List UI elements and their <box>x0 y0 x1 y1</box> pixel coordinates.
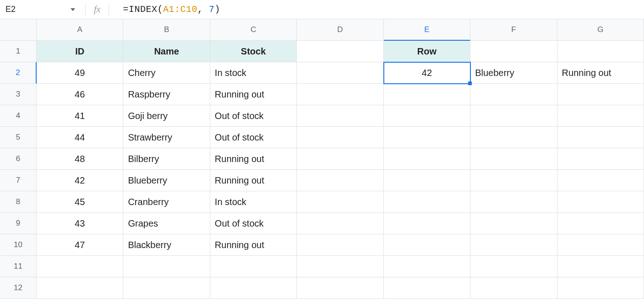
cell-D2[interactable] <box>297 62 383 84</box>
cell-A10[interactable]: 47 <box>37 234 123 256</box>
cell-E1[interactable]: Row <box>384 41 470 62</box>
cell-F12[interactable] <box>470 277 557 299</box>
cell-F6[interactable] <box>470 148 557 170</box>
cell-C3[interactable]: Running out <box>210 84 297 105</box>
cell-A9[interactable]: 43 <box>37 213 123 234</box>
cell-D7[interactable] <box>297 170 383 191</box>
cell-C1[interactable]: Stock <box>210 41 297 62</box>
row-header-4[interactable]: 4 <box>0 105 37 127</box>
cell-G6[interactable] <box>557 148 644 170</box>
col-header-G[interactable]: G <box>557 19 644 41</box>
cell-C5[interactable]: Out of stock <box>210 127 297 148</box>
row-header-8[interactable]: 8 <box>0 191 37 213</box>
formula-input[interactable]: =INDEX(A1:C10, 7) <box>114 4 644 15</box>
row-header-2[interactable]: 2 <box>0 62 37 84</box>
col-header-A[interactable]: A <box>37 19 123 41</box>
cell-G9[interactable] <box>557 213 644 234</box>
cell-C12[interactable] <box>210 277 297 299</box>
cell-A5[interactable]: 44 <box>37 127 123 148</box>
cell-B5[interactable]: Strawberry <box>123 127 210 148</box>
select-all-corner[interactable] <box>0 19 37 41</box>
cell-F8[interactable] <box>470 191 557 213</box>
cell-D3[interactable] <box>297 84 383 105</box>
col-header-E[interactable]: E <box>384 19 470 41</box>
cell-G5[interactable] <box>557 127 644 148</box>
cell-C4[interactable]: Out of stock <box>210 105 297 127</box>
cell-C7[interactable]: Running out <box>210 170 297 191</box>
cell-G1[interactable] <box>557 41 644 62</box>
row-header-1[interactable]: 1 <box>0 41 37 62</box>
cell-D9[interactable] <box>297 213 383 234</box>
cell-E6[interactable] <box>384 148 470 170</box>
cell-B8[interactable]: Cranberry <box>123 191 210 213</box>
cell-C10[interactable]: Running out <box>210 234 297 256</box>
cell-B12[interactable] <box>123 277 210 299</box>
cell-C8[interactable]: In stock <box>210 191 297 213</box>
cell-D11[interactable] <box>297 256 383 277</box>
cell-E5[interactable] <box>384 127 470 148</box>
cell-G4[interactable] <box>557 105 644 127</box>
cell-D4[interactable] <box>297 105 383 127</box>
cell-E8[interactable] <box>384 191 470 213</box>
row-header-12[interactable]: 12 <box>0 277 37 299</box>
cell-F10[interactable] <box>470 234 557 256</box>
row-header-6[interactable]: 6 <box>0 148 37 170</box>
col-header-B[interactable]: B <box>123 19 210 41</box>
cell-G8[interactable] <box>557 191 644 213</box>
row-header-9[interactable]: 9 <box>0 213 37 234</box>
cell-G3[interactable] <box>557 84 644 105</box>
cell-B10[interactable]: Blackberry <box>123 234 210 256</box>
cell-E2[interactable]: 42 <box>384 62 470 84</box>
cell-A7[interactable]: 42 <box>37 170 123 191</box>
cell-F7[interactable] <box>470 170 557 191</box>
cell-D8[interactable] <box>297 191 383 213</box>
cell-A11[interactable] <box>37 256 123 277</box>
cell-G11[interactable] <box>557 256 644 277</box>
cell-G2[interactable]: Running out <box>557 62 644 84</box>
cell-A4[interactable]: 41 <box>37 105 123 127</box>
cell-E12[interactable] <box>384 277 470 299</box>
cell-E3[interactable] <box>384 84 470 105</box>
row-header-11[interactable]: 11 <box>0 256 37 277</box>
cell-B9[interactable]: Grapes <box>123 213 210 234</box>
cell-B11[interactable] <box>123 256 210 277</box>
cell-A12[interactable] <box>37 277 123 299</box>
cell-B2[interactable]: Cherry <box>123 62 210 84</box>
cell-F2[interactable]: Blueberry <box>470 62 557 84</box>
cell-A3[interactable]: 46 <box>37 84 123 105</box>
cell-F1[interactable] <box>470 41 557 62</box>
cell-D12[interactable] <box>297 277 383 299</box>
cell-C6[interactable]: Running out <box>210 148 297 170</box>
col-header-D[interactable]: D <box>297 19 383 41</box>
cell-E11[interactable] <box>384 256 470 277</box>
cell-F9[interactable] <box>470 213 557 234</box>
cell-G7[interactable] <box>557 170 644 191</box>
cell-A2[interactable]: 49 <box>37 62 123 84</box>
cell-C9[interactable]: Out of stock <box>210 213 297 234</box>
cell-A8[interactable]: 45 <box>37 191 123 213</box>
cell-A6[interactable]: 48 <box>37 148 123 170</box>
cell-F3[interactable] <box>470 84 557 105</box>
cell-B6[interactable]: Bilberry <box>123 148 210 170</box>
cell-D5[interactable] <box>297 127 383 148</box>
cell-D6[interactable] <box>297 148 383 170</box>
col-header-C[interactable]: C <box>210 19 297 41</box>
spreadsheet-grid[interactable]: ABCDEFG1IDNameStockRow249CherryIn stock4… <box>0 19 644 299</box>
row-header-3[interactable]: 3 <box>0 84 37 105</box>
cell-F5[interactable] <box>470 127 557 148</box>
cell-E4[interactable] <box>384 105 470 127</box>
row-header-5[interactable]: 5 <box>0 127 37 148</box>
cell-F11[interactable] <box>470 256 557 277</box>
cell-C11[interactable] <box>210 256 297 277</box>
cell-B1[interactable]: Name <box>123 41 210 62</box>
cell-C2[interactable]: In stock <box>210 62 297 84</box>
cell-B3[interactable]: Raspberry <box>123 84 210 105</box>
cell-A1[interactable]: ID <box>37 41 123 62</box>
cell-G12[interactable] <box>557 277 644 299</box>
cell-B7[interactable]: Blueberry <box>123 170 210 191</box>
row-header-7[interactable]: 7 <box>0 170 37 191</box>
row-header-10[interactable]: 10 <box>0 234 37 256</box>
chevron-down-icon[interactable] <box>71 8 75 11</box>
cell-E9[interactable] <box>384 213 470 234</box>
cell-G10[interactable] <box>557 234 644 256</box>
